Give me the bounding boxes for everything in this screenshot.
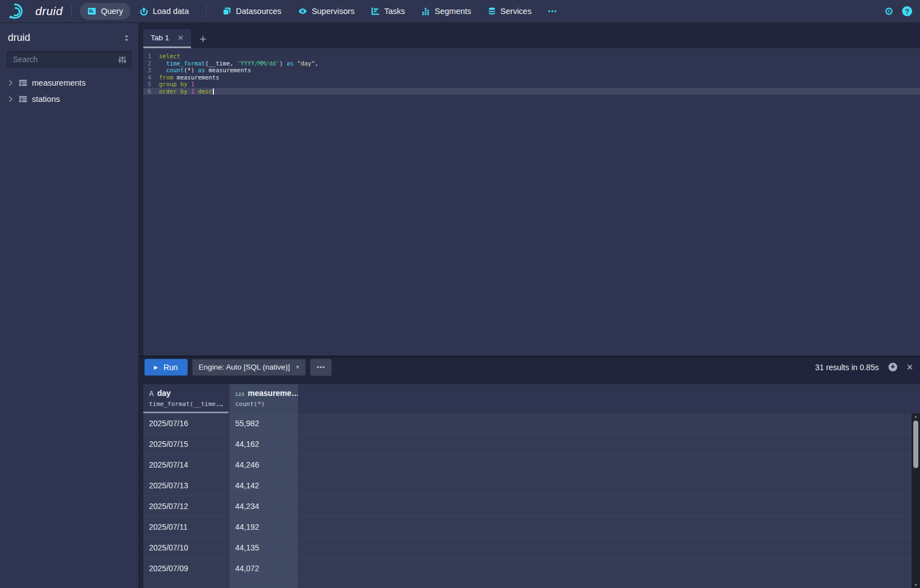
nav-label: Segments xyxy=(435,7,471,16)
table-icon xyxy=(18,95,27,104)
line-number: 1 xyxy=(143,53,159,60)
tab-title: Tab 1 xyxy=(151,34,169,42)
schema-sidebar: druid measurementsstations xyxy=(0,22,139,588)
table-row: 2025/07/1444,246 xyxy=(143,455,920,475)
cell-day[interactable]: 2025/07/12 xyxy=(143,496,230,516)
results-summary: 31 results in 0.85s xyxy=(815,363,879,372)
nav-segments[interactable]: Segments xyxy=(414,3,478,20)
scrollbar-thumb[interactable] xyxy=(913,421,918,468)
line-number: 4 xyxy=(143,74,159,81)
nav-services[interactable]: Services xyxy=(480,3,539,20)
top-navbar: druid QueryLoad dataDatasourcesSuperviso… xyxy=(0,0,920,22)
code-line-2[interactable]: 2 time_format(__time, 'YYYY/MM/dd') as "… xyxy=(143,60,920,67)
table-row: 2025/07/0944,072 xyxy=(143,558,920,579)
run-button[interactable]: ▶ Run xyxy=(144,359,188,376)
tree-item-measurements[interactable]: measurements xyxy=(0,74,138,91)
cell-day[interactable]: 2025/07/09 xyxy=(143,558,230,578)
cell-measurements[interactable]: 44,142 xyxy=(230,475,298,496)
add-tab-button[interactable]: + xyxy=(199,33,207,45)
cell-measurements[interactable]: 44,135 xyxy=(230,538,298,558)
nav-label: Supervisors xyxy=(312,7,355,16)
run-more-button[interactable]: ⋯ xyxy=(310,359,331,376)
tree-item-stations[interactable]: stations xyxy=(0,91,138,107)
database-icon xyxy=(488,7,496,16)
search-input[interactable] xyxy=(12,54,118,64)
chevron-right-icon[interactable] xyxy=(7,96,14,102)
tab-close-icon[interactable]: ✕ xyxy=(178,34,184,42)
column-header-day[interactable]: Adaytime_format(__time,… xyxy=(143,384,230,413)
nav-more[interactable] xyxy=(540,3,564,20)
console-icon xyxy=(87,7,96,16)
table-icon xyxy=(18,78,27,87)
nav-tasks[interactable]: Tasks xyxy=(363,3,412,20)
cell-measurements[interactable]: 44,162 xyxy=(230,434,298,454)
cell-measurements[interactable]: 44,192 xyxy=(230,517,298,537)
tree-item-label: measurements xyxy=(32,78,86,87)
column-name: measureme… xyxy=(248,389,298,398)
column-expression: count(*) xyxy=(235,400,298,408)
code-line-3[interactable]: 3 count(*) as measurements xyxy=(143,67,920,74)
line-number: 5 xyxy=(143,81,159,88)
download-icon[interactable] xyxy=(888,362,898,372)
table-tree: measurementsstations xyxy=(0,74,138,107)
close-results-icon[interactable]: ✕ xyxy=(906,362,913,372)
cell-measurements[interactable] xyxy=(230,579,298,588)
nav-supervisors[interactable]: Supervisors xyxy=(291,3,362,20)
nav-query[interactable]: Query xyxy=(80,3,130,20)
line-number: 3 xyxy=(143,67,159,74)
run-button-label: Run xyxy=(164,363,178,372)
nav-label: Services xyxy=(501,7,532,16)
sql-editor[interactable]: 1select2 time_format(__time, 'YYYY/MM/dd… xyxy=(143,48,920,356)
stacked-bars-icon xyxy=(421,7,430,16)
string-type-icon: A xyxy=(149,390,154,398)
column-name: day xyxy=(157,389,171,398)
cell-day[interactable]: 2025/07/14 xyxy=(143,455,230,475)
cell-day[interactable]: 2025/07/10 xyxy=(143,538,230,558)
scroll-down-icon[interactable]: ▼ xyxy=(912,583,920,587)
filter-sliders-icon[interactable] xyxy=(118,55,127,64)
druid-logo[interactable]: druid xyxy=(8,2,63,20)
play-icon: ▶ xyxy=(154,365,158,370)
import-icon xyxy=(139,7,148,16)
help-icon[interactable]: ? xyxy=(902,6,912,16)
cell-day[interactable]: 2025/07/16 xyxy=(143,413,230,433)
cell-measurements[interactable]: 44,234 xyxy=(230,496,298,516)
results-header: Adaytime_format(__time,…123measureme…cou… xyxy=(143,384,920,413)
code-line-1[interactable]: 1select xyxy=(143,53,920,60)
line-number: 6 xyxy=(143,88,159,95)
text-cursor xyxy=(213,88,214,95)
cell-measurements[interactable]: 44,072 xyxy=(230,558,298,578)
code-text: count(*) as measurements xyxy=(159,67,251,74)
table-row: 2025/07/1544,162 xyxy=(143,434,920,455)
code-line-6[interactable]: 6order by 1 desc xyxy=(143,88,920,95)
navbar-items: QueryLoad dataDatasourcesSupervisorsTask… xyxy=(80,3,566,20)
settings-gear-icon[interactable]: ⚙ xyxy=(884,6,894,17)
code-line-4[interactable]: 4from measurements xyxy=(143,74,920,81)
navbar-right: ⚙ ? xyxy=(884,6,912,17)
code-line-5[interactable]: 5group by 1 xyxy=(143,81,920,88)
tab-1[interactable]: Tab 1 ✕ xyxy=(143,29,191,48)
nav-load-data[interactable]: Load data xyxy=(132,3,197,20)
cell-day[interactable] xyxy=(143,579,230,588)
cell-measurements[interactable]: 44,246 xyxy=(230,455,298,475)
navbar-divider xyxy=(206,5,207,17)
nav-label: Query xyxy=(101,7,123,16)
cell-day[interactable]: 2025/07/13 xyxy=(143,475,230,496)
chevron-right-icon[interactable] xyxy=(7,80,14,86)
scroll-up-icon[interactable]: ▲ xyxy=(912,414,920,418)
engine-select[interactable]: Engine: Auto [SQL (native)] ▾ xyxy=(192,359,306,376)
code-text: time_format(__time, 'YYYY/MM/dd') as "da… xyxy=(159,60,319,67)
double-caret-vertical-icon[interactable] xyxy=(123,34,130,42)
header-filler xyxy=(298,384,920,413)
column-expression: time_format(__time,… xyxy=(149,400,230,408)
column-header-measurements[interactable]: 123measureme…count(*) xyxy=(230,384,298,413)
nav-datasources[interactable]: Datasources xyxy=(215,3,288,20)
cell-day[interactable]: 2025/07/15 xyxy=(143,434,230,454)
search-box xyxy=(7,51,132,68)
engine-select-label: Engine: Auto [SQL (native)] xyxy=(199,363,290,371)
results-scrollbar[interactable]: ▲ ▼ xyxy=(912,413,920,588)
table-row: 2025/07/1044,135 xyxy=(143,538,920,558)
cell-day[interactable]: 2025/07/11 xyxy=(143,517,230,537)
cell-measurements[interactable]: 55,982 xyxy=(230,413,298,433)
nav-label: Tasks xyxy=(384,7,405,16)
